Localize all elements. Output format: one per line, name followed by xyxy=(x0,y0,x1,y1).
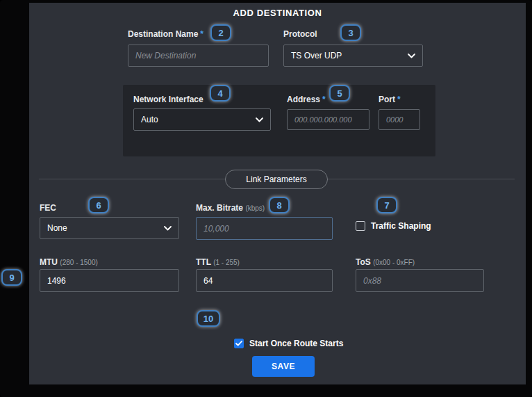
network-interface-selected-value: Auto xyxy=(141,115,158,124)
annotation-badge-5: 5 xyxy=(329,85,350,102)
traffic-shaping-row: Traffic Shaping xyxy=(356,221,431,231)
traffic-shaping-checkbox[interactable] xyxy=(356,221,365,231)
annotation-badge-10: 10 xyxy=(197,310,220,327)
dialog-title: ADD DESTINATION xyxy=(29,8,526,18)
mtu-hint: (280 - 1500) xyxy=(60,259,97,266)
max-bitrate-input[interactable] xyxy=(196,217,333,240)
port-label-text: Port xyxy=(379,95,395,104)
network-interface-label: Network Interface xyxy=(133,95,203,104)
protocol-label-text: Protocol xyxy=(283,29,317,39)
network-settings-panel: Network Interface Auto Address* Port* xyxy=(123,85,435,156)
max-bitrate-label: Max. Bitrate (kbps) xyxy=(196,203,265,213)
fec-selected-value: None xyxy=(47,223,67,233)
link-parameters-pill: Link Parameters xyxy=(225,170,328,189)
annotation-badge-8: 8 xyxy=(269,197,290,213)
ttl-label: TTL (1 - 255) xyxy=(196,257,240,267)
tos-label: ToS (0x00 - 0xFF) xyxy=(356,257,415,267)
port-label: Port* xyxy=(379,95,401,104)
tos-hint: (0x00 - 0xFF) xyxy=(373,259,415,266)
mtu-input[interactable] xyxy=(40,269,179,292)
annotation-badge-4: 4 xyxy=(210,85,231,102)
required-asterisk: * xyxy=(322,95,326,104)
tos-input[interactable] xyxy=(356,269,484,292)
address-label-text: Address xyxy=(287,95,320,104)
fec-label: FEC xyxy=(40,203,56,213)
network-interface-select[interactable]: Auto xyxy=(133,108,271,131)
traffic-shaping-label: Traffic Shaping xyxy=(371,221,431,231)
ttl-input[interactable] xyxy=(196,269,333,292)
start-once-label: Start Once Route Starts xyxy=(249,339,343,348)
fec-select[interactable]: None xyxy=(40,217,179,239)
protocol-selected-value: TS Over UDP xyxy=(291,51,342,60)
destination-name-label-text: Destination Name xyxy=(128,29,198,39)
check-icon xyxy=(235,341,242,346)
chevron-down-icon xyxy=(164,226,172,231)
port-input[interactable] xyxy=(379,109,420,130)
chevron-down-icon xyxy=(256,118,263,122)
required-asterisk: * xyxy=(200,29,203,39)
address-label: Address* xyxy=(287,95,326,104)
network-interface-label-text: Network Interface xyxy=(133,95,203,104)
required-asterisk: * xyxy=(397,95,401,104)
link-parameters-label: Link Parameters xyxy=(246,175,306,184)
protocol-label: Protocol xyxy=(283,29,317,39)
ttl-hint: (1 - 255) xyxy=(213,259,240,266)
chevron-down-icon xyxy=(408,54,415,58)
start-once-checkbox[interactable] xyxy=(234,339,244,348)
max-bitrate-label-text: Max. Bitrate xyxy=(196,203,243,213)
destination-name-input[interactable] xyxy=(128,44,269,67)
annotation-badge-2: 2 xyxy=(210,24,231,41)
annotation-badge-9: 9 xyxy=(1,269,22,286)
max-bitrate-hint: (kbps) xyxy=(245,204,265,212)
ttl-label-text: TTL xyxy=(196,257,211,267)
tos-label-text: ToS xyxy=(356,257,371,267)
annotation-badge-6: 6 xyxy=(88,197,109,213)
address-input[interactable] xyxy=(287,109,369,130)
protocol-select[interactable]: TS Over UDP xyxy=(283,44,423,67)
annotation-badge-3: 3 xyxy=(340,24,361,41)
add-destination-dialog: ADD DESTINATION Destination Name* Protoc… xyxy=(29,3,526,384)
save-button[interactable]: SAVE xyxy=(252,356,315,377)
screenshot-frame: ADD DESTINATION Destination Name* Protoc… xyxy=(0,0,532,397)
mtu-label-text: MTU xyxy=(40,257,58,267)
destination-name-label: Destination Name* xyxy=(128,29,203,39)
fec-label-text: FEC xyxy=(40,203,56,213)
annotation-badge-7: 7 xyxy=(376,197,397,213)
mtu-label: MTU (280 - 1500) xyxy=(40,257,98,267)
start-once-row: Start Once Route Starts xyxy=(234,339,343,348)
